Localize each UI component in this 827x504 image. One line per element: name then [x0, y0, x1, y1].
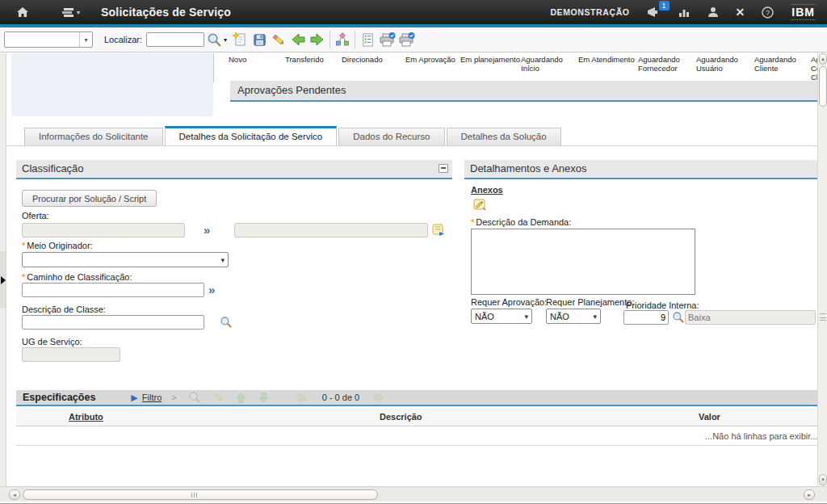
- prioridade-interna-field[interactable]: [623, 310, 669, 325]
- announcements-icon[interactable]: 1: [647, 6, 661, 18]
- oferta-detail-chevron-icon[interactable]: »: [204, 224, 210, 237]
- ug-servico-field: [22, 347, 120, 362]
- status-aguardando-cliente: Aguardando Cliente: [754, 55, 804, 73]
- scroll-right-icon[interactable]: ▸: [804, 489, 815, 500]
- detail-menu-icon[interactable]: [431, 223, 446, 237]
- prioridade-interna-label: Prioridade Interna:: [626, 300, 699, 310]
- descricao-classe-field[interactable]: [22, 315, 204, 330]
- especificacoes-toolbar: Especificações ▶ Filtro > 0 - 0 de 0: [16, 390, 817, 406]
- previous-record-icon[interactable]: [288, 30, 308, 49]
- divider: [213, 53, 214, 82]
- horizontal-scrollbar[interactable]: ◂ ▸: [0, 486, 827, 502]
- column-atributo[interactable]: Atributo: [69, 412, 103, 422]
- toolbar: ▾ Localizar: ▾: [0, 27, 827, 52]
- descricao-demanda-textarea[interactable]: [471, 229, 695, 295]
- clear-changes-icon[interactable]: [269, 30, 288, 49]
- descricao-classe-lookup-icon[interactable]: [220, 316, 234, 330]
- menu-caret-icon: ▾: [77, 9, 80, 16]
- caminho-classificacao-field[interactable]: [22, 283, 204, 297]
- column-valor: Valor: [699, 412, 720, 422]
- anexos-link[interactable]: Anexos: [471, 185, 503, 195]
- tab-detalhes-solicitacao[interactable]: Detalhes da Solicitação de Servico: [165, 126, 338, 145]
- requer-planejamento-value: NÃO: [550, 312, 569, 321]
- status-em-atendimento: Em Atendimento: [578, 55, 640, 64]
- tab-dados-recurso[interactable]: Dados do Recurso: [338, 128, 444, 145]
- vertical-splitter-grip[interactable]: [820, 313, 826, 321]
- requer-planejamento-select[interactable]: NÃO ▾: [546, 309, 601, 324]
- left-splitter[interactable]: [0, 53, 6, 486]
- status-direcionado: Direcionado: [342, 55, 397, 64]
- move-up-icon: [233, 392, 250, 404]
- descricao-classe-label: Descrição de Classe:: [22, 304, 106, 314]
- caminho-chevron-icon[interactable]: »: [208, 284, 215, 296]
- scroll-down-icon[interactable]: ▼: [819, 474, 827, 485]
- profile-icon[interactable]: [707, 6, 719, 18]
- vertical-scrollbar[interactable]: ▲ ▼: [817, 53, 827, 486]
- status-novo: Novo: [229, 55, 283, 64]
- search-input[interactable]: [146, 32, 204, 47]
- status-summary-panel: [11, 53, 213, 116]
- sign-out-icon[interactable]: ✕: [736, 6, 745, 19]
- prioridade-descricao-field: [685, 310, 816, 325]
- select-caret-icon: ▾: [519, 313, 528, 321]
- next-page-icon: [371, 393, 387, 403]
- reports-chart-icon[interactable]: [678, 7, 691, 18]
- tab-informacoes-solicitante[interactable]: Informações do Solicitante: [24, 128, 163, 145]
- requer-planejamento-label: Requer Planejamento:: [546, 297, 634, 307]
- horizontal-scroll-thumb[interactable]: [23, 489, 378, 500]
- expand-icon[interactable]: ▶: [131, 393, 137, 403]
- status-em-aprovacao: Em Aprovação: [405, 55, 465, 64]
- caminho-classificacao-label: *Caminho de Classificação:: [22, 272, 132, 282]
- query-combo-input[interactable]: [5, 32, 79, 47]
- meio-originador-select[interactable]: ▾: [22, 252, 229, 267]
- save-icon[interactable]: [250, 30, 269, 49]
- status-aguardando-confirmacao: Aguardando Confirmação Cliente: [811, 55, 817, 82]
- filtro-link[interactable]: Filtro: [142, 393, 162, 402]
- minimize-section-icon[interactable]: [439, 164, 448, 173]
- reports-icon[interactable]: [358, 30, 377, 49]
- detalhamentos-title: Detalhamentos e Anexos: [470, 162, 587, 174]
- page-title: Solicitações de Serviço: [101, 6, 231, 19]
- filter-search-icon: [187, 391, 203, 404]
- aprovacoes-pendentes-header: Aprovações Pendentes: [230, 81, 817, 102]
- scroll-up-icon[interactable]: ▲: [819, 53, 827, 65]
- svg-text:?: ?: [766, 8, 770, 16]
- tab-detalhes-solucao[interactable]: Detalhes da Solução: [447, 128, 561, 145]
- scroll-left-icon[interactable]: ◂: [9, 489, 20, 500]
- splitter-expand-icon[interactable]: [1, 276, 6, 284]
- procurar-solucao-button[interactable]: Procurar por Solução / Script: [22, 190, 157, 207]
- status-transferido: Transferido: [285, 55, 340, 64]
- edit-icon: [211, 391, 227, 404]
- home-icon[interactable]: [16, 6, 29, 18]
- column-descricao: Descrição: [380, 412, 422, 422]
- print-with-attachments-icon[interactable]: [397, 30, 416, 49]
- requer-aprovacao-value: NÃO: [475, 312, 494, 321]
- descricao-demanda-label: *Descrição da Demanda:: [471, 217, 571, 227]
- especificacoes-table-header: Atributo Descrição Valor: [16, 408, 817, 426]
- search-options-caret-icon[interactable]: ▾: [224, 36, 227, 44]
- search-icon[interactable]: [204, 30, 224, 49]
- workflow-icon[interactable]: [333, 30, 352, 49]
- oferta-descricao-field: [234, 223, 428, 237]
- ug-servico-label: UG de Serviço:: [22, 337, 82, 346]
- next-record-icon[interactable]: [308, 30, 327, 49]
- required-icon: *: [22, 272, 25, 282]
- status-aguardando-inicio: Aguardando Início: [521, 55, 569, 73]
- oferta-field: [22, 223, 185, 237]
- help-icon[interactable]: ?: [762, 6, 774, 19]
- new-record-icon[interactable]: [230, 30, 250, 49]
- print-icon[interactable]: [377, 30, 397, 49]
- go-to-applications-menu[interactable]: ▾: [61, 7, 80, 18]
- query-combo-caret-icon[interactable]: ▾: [79, 32, 92, 47]
- vertical-scroll-thumb[interactable]: [819, 66, 827, 107]
- query-combo[interactable]: ▾: [4, 32, 93, 48]
- pagination-label: 0 - 0 de 0: [322, 393, 359, 402]
- workflow-status-strip: Novo Transferido Direcionado Em Aprovaçã…: [6, 53, 817, 128]
- toolbar-separator: [330, 31, 330, 48]
- classificacao-section-header: Classificação: [16, 160, 452, 179]
- attachments-icon[interactable]: [472, 197, 487, 212]
- status-aguardando-usuario: Aguardando Usuário: [696, 55, 746, 73]
- requer-aprovacao-select[interactable]: NÃO ▾: [471, 309, 532, 324]
- required-icon: *: [471, 217, 474, 227]
- select-caret-icon: ▾: [216, 256, 225, 264]
